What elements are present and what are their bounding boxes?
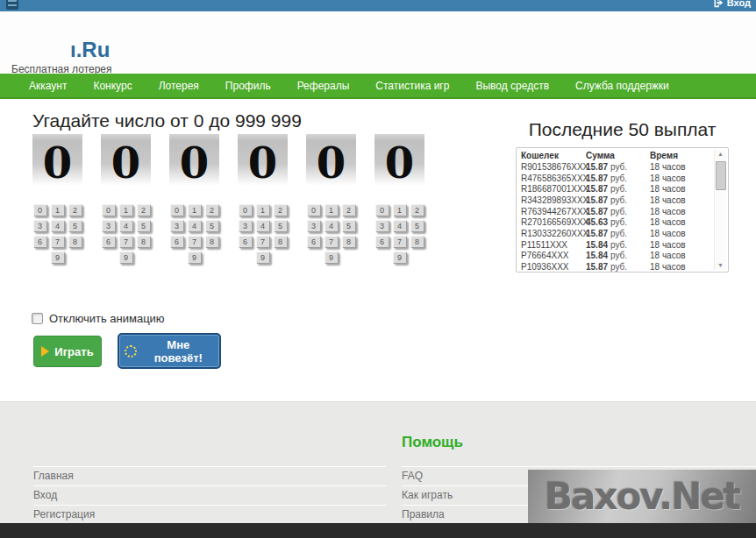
payouts-table: Кошелек Сумма Время R901538676XXX 15.87р… <box>516 147 729 273</box>
table-row: P11511XXX 15.84руб. 18 часов <box>517 239 728 251</box>
keypad-button[interactable]: 4 <box>325 220 339 232</box>
keypad-button[interactable]: 6 <box>307 236 321 248</box>
keypad-button[interactable]: 2 <box>137 204 151 216</box>
nav-item[interactable]: Рефералы <box>284 80 363 92</box>
keypad-button[interactable]: 0 <box>33 204 47 216</box>
amount-cell: 15.87руб. <box>586 229 650 238</box>
keypad-button[interactable]: 4 <box>119 220 133 232</box>
digit-keypad: 012 345 678 9 <box>238 204 288 264</box>
keypad-button[interactable]: 1 <box>393 204 407 216</box>
menu-icon[interactable] <box>6 0 18 10</box>
keypad-button[interactable]: 5 <box>410 220 424 232</box>
keypad-button[interactable]: 9 <box>119 251 133 264</box>
keypad-button[interactable]: 1 <box>119 204 133 216</box>
payouts-rows: R901538676XXX 15.87руб. 18 часов R476586… <box>517 161 728 273</box>
keypad-button[interactable]: 8 <box>410 236 424 248</box>
keypad-button[interactable]: 4 <box>393 220 407 232</box>
wallet-cell: P11511XXX <box>521 240 586 250</box>
keypad-button[interactable]: 2 <box>205 204 219 216</box>
amount-cell: 15.84руб. <box>586 251 650 260</box>
lucky-button[interactable]: Мне повезёт! <box>118 333 221 369</box>
keypad-button[interactable]: 5 <box>68 220 82 232</box>
help-title: Помощь <box>402 434 463 451</box>
keypad-button[interactable]: 2 <box>342 204 356 216</box>
keypad-button[interactable]: 0 <box>239 204 253 216</box>
keypad-button[interactable]: 4 <box>51 220 65 232</box>
table-row: R270166569XXX 45.63руб. 18 часов <box>517 216 728 228</box>
keypad-button[interactable]: 0 <box>102 204 116 216</box>
site-logo[interactable]: ı.Ru <box>70 38 110 62</box>
keypad-button[interactable]: 2 <box>274 204 288 216</box>
wallet-cell: R343289893XXX <box>521 195 586 205</box>
table-row: R130332260XXX 15.87руб. 18 часов <box>517 228 728 239</box>
keypad-button[interactable]: 1 <box>325 204 339 216</box>
keypad-button[interactable]: 7 <box>256 236 270 248</box>
keypad-button[interactable]: 6 <box>239 236 253 248</box>
disable-animation-checkbox[interactable] <box>32 313 43 324</box>
keypad-button[interactable]: 6 <box>170 236 184 248</box>
keypad-button[interactable]: 3 <box>239 220 253 232</box>
keypad-button[interactable]: 3 <box>33 220 47 232</box>
keypad-button[interactable]: 1 <box>188 204 202 216</box>
login-button[interactable]: Вход <box>713 0 751 8</box>
keypad-button[interactable]: 4 <box>256 220 270 232</box>
keypad-button[interactable]: 5 <box>342 220 356 232</box>
keypad-button[interactable]: 9 <box>393 251 407 264</box>
scrollbar-down-icon[interactable]: ▼ <box>715 261 726 270</box>
keypad-button[interactable]: 5 <box>205 220 219 232</box>
keypad-button[interactable]: 0 <box>170 204 184 216</box>
slot-digit: 0 <box>306 134 356 191</box>
keypad-button[interactable]: 0 <box>307 204 321 216</box>
keypad-button[interactable]: 8 <box>274 236 288 248</box>
nav-item[interactable]: Служба поддержки <box>562 80 682 92</box>
keypad-button[interactable]: 8 <box>342 236 356 248</box>
keypad-button[interactable]: 7 <box>119 236 133 248</box>
keypad-button[interactable]: 9 <box>256 251 270 264</box>
nav-item[interactable]: Статистика игр <box>362 80 462 92</box>
keypad-button[interactable]: 8 <box>137 236 151 248</box>
keypad-button[interactable]: 8 <box>205 236 219 248</box>
keypad-button[interactable]: 1 <box>51 204 65 216</box>
play-button[interactable]: Играть <box>33 336 102 367</box>
keypad-button[interactable]: 6 <box>102 236 116 248</box>
nav-item[interactable]: Вывод средств <box>462 80 562 92</box>
play-button-label: Играть <box>54 345 93 358</box>
keypad-button[interactable]: 4 <box>188 220 202 232</box>
keypad-button[interactable]: 7 <box>51 236 65 248</box>
footer-link[interactable]: Главная <box>33 467 386 486</box>
scrollbar-up-icon[interactable]: ▲ <box>715 150 726 159</box>
footer-link[interactable]: Регистрация <box>33 506 386 525</box>
keypad-button[interactable]: 3 <box>375 220 389 232</box>
keypad-button[interactable]: 0 <box>375 204 389 216</box>
keypad-button[interactable]: 3 <box>102 220 116 232</box>
keypad-button[interactable]: 8 <box>68 236 82 248</box>
keypad-button[interactable]: 3 <box>307 220 321 232</box>
keypad-button[interactable]: 7 <box>393 236 407 248</box>
nav-item[interactable]: Лотерея <box>146 80 212 92</box>
scrollbar-thumb[interactable] <box>716 161 726 190</box>
keypad-button[interactable]: 5 <box>274 220 288 232</box>
wallet-cell: R763944267XXX <box>521 207 586 216</box>
keypad-button[interactable]: 7 <box>325 236 339 248</box>
amount-cell: 15.87руб. <box>586 184 650 194</box>
keypad-button[interactable]: 5 <box>137 220 151 232</box>
keypad-button[interactable]: 2 <box>410 204 424 216</box>
keypad-button[interactable]: 1 <box>256 204 270 216</box>
table-row: P10936XXX 15.87руб. 18 часов <box>517 261 728 273</box>
main-nav: АккаунтКонкурсЛотереяПрофильРефералыСтат… <box>0 74 756 99</box>
nav-item[interactable]: Профиль <box>212 80 284 92</box>
keypad-button[interactable]: 3 <box>170 220 184 232</box>
table-scrollbar[interactable]: ▲ ▼ <box>714 150 726 270</box>
nav-item[interactable]: Конкурс <box>80 80 145 92</box>
keypad-button[interactable]: 2 <box>68 204 82 216</box>
footer-link[interactable]: Вход <box>33 486 386 506</box>
keypad-button[interactable]: 6 <box>375 236 389 248</box>
keypad-button[interactable]: 6 <box>33 236 47 248</box>
keypad-button[interactable]: 9 <box>51 251 65 264</box>
keypad-button[interactable]: 7 <box>188 236 202 248</box>
wallet-cell: R476586365XXX <box>521 173 586 183</box>
keypad-button[interactable]: 9 <box>188 251 202 264</box>
keypad-button[interactable]: 9 <box>325 251 339 264</box>
nav-item[interactable]: Аккаунт <box>16 80 80 92</box>
slot-unit: 0 012 345 678 9 <box>306 134 356 267</box>
